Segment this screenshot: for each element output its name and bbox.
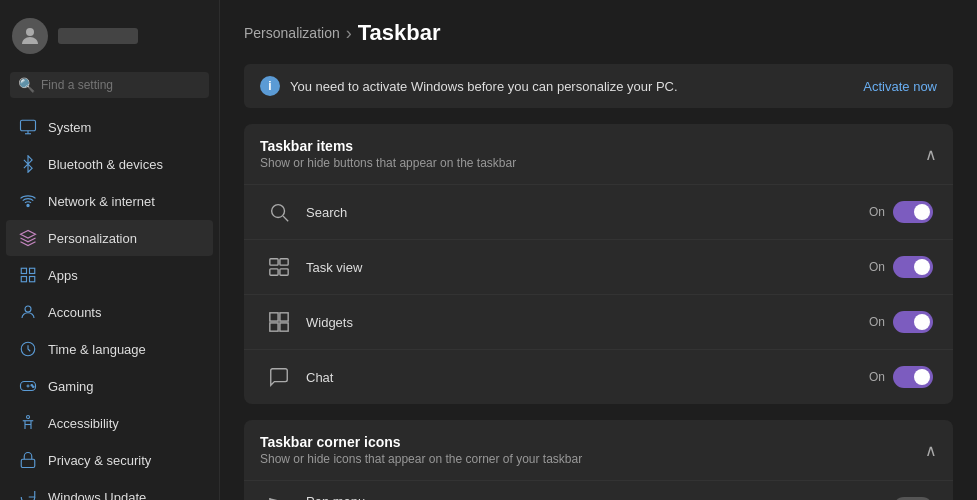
task_view-toggle-knob — [914, 259, 930, 275]
svg-rect-7 — [21, 277, 26, 282]
taskbar-item-task_view: Task view On — [244, 240, 953, 295]
widgets-toggle-state: On — [869, 315, 885, 329]
task_view-icon — [264, 252, 294, 282]
task_view-toggle[interactable] — [893, 256, 933, 278]
sidebar-item-label-accounts: Accounts — [48, 305, 101, 320]
sidebar-item-apps[interactable]: Apps — [6, 257, 213, 293]
chat-toggle-state: On — [869, 370, 885, 384]
svg-point-18 — [272, 205, 285, 218]
breadcrumb-separator: › — [346, 23, 352, 44]
search-toggle[interactable] — [893, 201, 933, 223]
nav-list: System Bluetooth & devices Network & int… — [0, 108, 219, 500]
sidebar-item-label-apps: Apps — [48, 268, 78, 283]
taskbar-corner-title: Taskbar corner icons — [260, 434, 582, 450]
search-toggle-state: On — [869, 205, 885, 219]
sidebar-item-personalization[interactable]: Personalization — [6, 220, 213, 256]
taskbar-items-section: Taskbar items Show or hide buttons that … — [244, 124, 953, 404]
taskbar-corner-title-group: Taskbar corner icons Show or hide icons … — [260, 434, 582, 466]
sidebar-item-label-bluetooth: Bluetooth & devices — [48, 157, 163, 172]
svg-point-9 — [25, 306, 31, 312]
sidebar-item-time[interactable]: Time & language — [6, 331, 213, 367]
task_view-label: Task view — [306, 260, 869, 275]
taskbar-items-subtitle: Show or hide buttons that appear on the … — [260, 156, 516, 170]
search-toggle-knob — [914, 204, 930, 220]
sidebar-item-accounts[interactable]: Accounts — [6, 294, 213, 330]
activation-banner: i You need to activate Windows before yo… — [244, 64, 953, 108]
svg-point-15 — [33, 386, 35, 388]
pen_menu-icon — [264, 493, 294, 500]
svg-rect-25 — [280, 313, 288, 321]
sidebar-item-label-network: Network & internet — [48, 194, 155, 209]
taskbar-corner-list: Pen menu Show pen menu icon when pen is … — [244, 481, 953, 500]
sidebar-item-label-system: System — [48, 120, 91, 135]
search-icon: 🔍 — [18, 77, 35, 93]
user-profile — [0, 10, 219, 62]
main-content: Personalization › Taskbar i You need to … — [220, 0, 977, 500]
gaming-icon — [18, 376, 38, 396]
taskbar-items-list: Search On Task view On Widgets On Chat — [244, 185, 953, 404]
sidebar-item-bluetooth[interactable]: Bluetooth & devices — [6, 146, 213, 182]
breadcrumb-parent[interactable]: Personalization — [244, 25, 340, 41]
taskbar-item-search: Search On — [244, 185, 953, 240]
sidebar: 🔍 System Bluetooth & devices Network & i… — [0, 0, 220, 500]
search-toggle-area: On — [869, 201, 933, 223]
svg-rect-6 — [30, 268, 35, 273]
search-input[interactable] — [41, 78, 201, 92]
chat-icon — [264, 362, 294, 392]
username-placeholder — [58, 28, 138, 44]
corner-item-pen_menu: Pen menu Show pen menu icon when pen is … — [244, 481, 953, 500]
pen_menu-label: Pen menu — [306, 494, 869, 501]
widgets-label: Widgets — [306, 315, 869, 330]
taskbar-item-chat: Chat On — [244, 350, 953, 404]
taskbar-items-collapse-button[interactable]: ∧ — [925, 145, 937, 164]
svg-rect-27 — [280, 323, 288, 331]
privacy-icon — [18, 450, 38, 470]
svg-rect-24 — [270, 313, 278, 321]
chat-toggle[interactable] — [893, 366, 933, 388]
accessibility-icon — [18, 413, 38, 433]
taskbar-items-title: Taskbar items — [260, 138, 516, 154]
bluetooth-icon — [18, 154, 38, 174]
search-label: Search — [306, 205, 869, 220]
taskbar-corner-collapse-button[interactable]: ∧ — [925, 441, 937, 460]
svg-rect-21 — [280, 259, 288, 265]
svg-point-4 — [27, 204, 29, 206]
sidebar-item-label-update: Windows Update — [48, 490, 146, 501]
svg-rect-23 — [280, 269, 288, 275]
taskbar-corner-section: Taskbar corner icons Show or hide icons … — [244, 420, 953, 500]
svg-point-14 — [31, 385, 33, 387]
update-icon — [18, 487, 38, 500]
sidebar-item-label-personalization: Personalization — [48, 231, 137, 246]
svg-rect-8 — [30, 277, 35, 282]
taskbar-item-widgets: Widgets On — [244, 295, 953, 350]
time-icon — [18, 339, 38, 359]
svg-point-16 — [27, 416, 30, 419]
page-title: Taskbar — [358, 20, 441, 46]
taskbar-items-title-group: Taskbar items Show or hide buttons that … — [260, 138, 516, 170]
search-icon — [264, 197, 294, 227]
breadcrumb: Personalization › Taskbar — [244, 20, 953, 46]
widgets-toggle-knob — [914, 314, 930, 330]
sidebar-item-gaming[interactable]: Gaming — [6, 368, 213, 404]
sidebar-item-system[interactable]: System — [6, 109, 213, 145]
task_view-toggle-state: On — [869, 260, 885, 274]
widgets-toggle[interactable] — [893, 311, 933, 333]
svg-rect-20 — [270, 259, 278, 265]
activate-now-button[interactable]: Activate now — [863, 79, 937, 94]
network-icon — [18, 191, 38, 211]
widgets-icon — [264, 307, 294, 337]
chat-toggle-area: On — [869, 366, 933, 388]
sidebar-item-label-time: Time & language — [48, 342, 146, 357]
sidebar-item-accessibility[interactable]: Accessibility — [6, 405, 213, 441]
taskbar-corner-header: Taskbar corner icons Show or hide icons … — [244, 420, 953, 481]
personalization-icon — [18, 228, 38, 248]
info-icon: i — [260, 76, 280, 96]
sidebar-item-update[interactable]: Windows Update — [6, 479, 213, 500]
sidebar-item-network[interactable]: Network & internet — [6, 183, 213, 219]
task_view-toggle-area: On — [869, 256, 933, 278]
accounts-icon — [18, 302, 38, 322]
sidebar-item-label-privacy: Privacy & security — [48, 453, 151, 468]
apps-icon — [18, 265, 38, 285]
sidebar-item-privacy[interactable]: Privacy & security — [6, 442, 213, 478]
search-box[interactable]: 🔍 — [10, 72, 209, 98]
